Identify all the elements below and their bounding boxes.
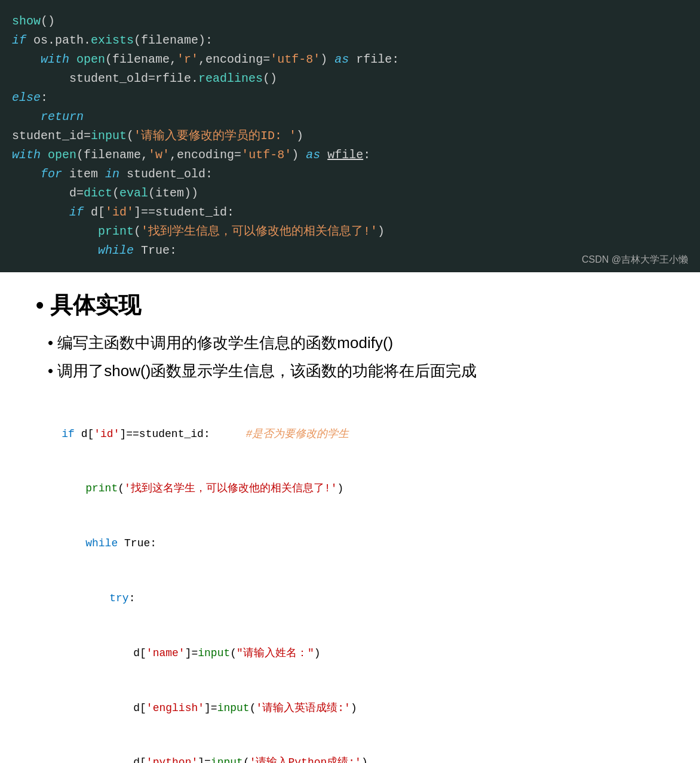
code-line-7: d['python']=input('请输入Python成绩:') <box>108 736 664 763</box>
code-line-6: d['english']=input('请输入英语成绩:') <box>108 681 664 736</box>
code-line-3: while True: <box>36 516 664 571</box>
dark-code-block: show() if os.path.exists(filename): with… <box>0 0 700 272</box>
white-section: • 具体实现 编写主函数中调用的修改学生信息的函数modify() 调用了sho… <box>0 272 700 401</box>
bullet-2: 调用了show()函数显示学生信息，该函数的功能将在后面完成 <box>48 361 664 382</box>
section-title: • 具体实现 <box>36 290 664 321</box>
code-line-2: print('找到这名学生，可以修改他的相关信息了!') <box>60 462 664 516</box>
top-watermark: CSDN @吉林大学王小懒 <box>582 254 688 266</box>
code-line-5: d['name']=input("请输入姓名：") <box>108 626 664 681</box>
code-line-1: if d['id']==student_id:#是否为要修改的学生 <box>36 407 664 462</box>
white-code-block: if d['id']==student_id:#是否为要修改的学生 print(… <box>0 401 700 763</box>
code-content: show() if os.path.exists(filename): with… <box>12 12 682 260</box>
code-line-4: try: <box>84 571 664 626</box>
bullet-1: 编写主函数中调用的修改学生信息的函数modify() <box>48 333 664 353</box>
